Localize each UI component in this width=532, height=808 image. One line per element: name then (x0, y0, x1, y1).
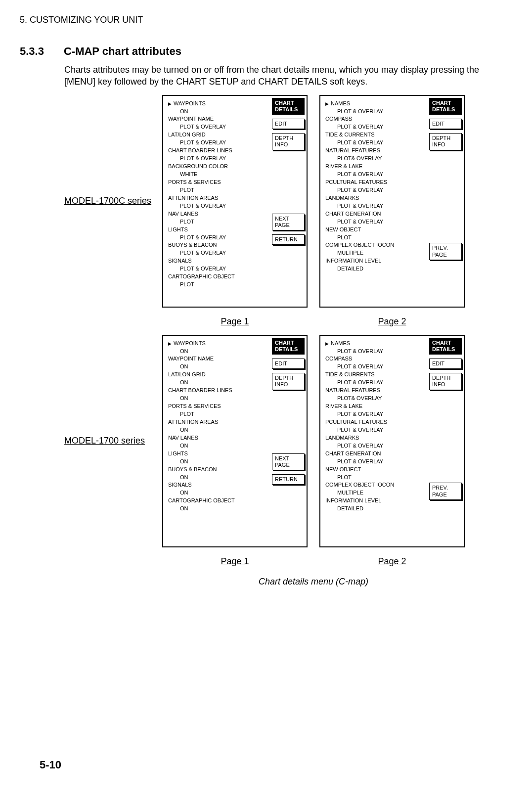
menu-item-value: ON (168, 426, 267, 434)
menu-item-label[interactable]: TIDE & CURRENTS (325, 131, 424, 139)
section-title: C-MAP chart attributes (64, 45, 181, 58)
model-row-1700c: MODEL-1700C series WAYPOINTSONWAYPOINT N… (64, 95, 512, 308)
softkey-depth-info[interactable]: DEPTH INFO (272, 133, 305, 150)
menu-item-label[interactable]: BUOYS & BEACON (168, 241, 267, 249)
menu-item-label[interactable]: NEW OBJECT (325, 466, 424, 474)
menu-item-label[interactable]: WAYPOINTS (168, 100, 267, 108)
menu-pane: WAYPOINTSONWAYPOINT NAMEPLOT & OVERLAYLA… (163, 96, 270, 307)
menu-item-value: PLOT & OVERLAY (168, 139, 267, 147)
menu-item-label[interactable]: INFORMATION LEVEL (325, 497, 424, 505)
menu-item-label[interactable]: COMPASS (325, 355, 424, 363)
menu-item-label[interactable]: LAT/LON GRID (168, 371, 267, 379)
softkey-depth-info[interactable]: DEPTH INFO (429, 373, 462, 390)
softkey-pane: CHART DETAILS EDIT DEPTH INFO NEXT PAGE … (270, 336, 307, 546)
menu-item-label[interactable]: BACKGROUND COLOR (168, 163, 267, 171)
menu-item-value: ON (168, 458, 267, 466)
page-label-1: Page 1 (162, 316, 308, 327)
menu-item-label[interactable]: WAYPOINTS (168, 340, 267, 348)
menu-item-label[interactable]: ATTENTION AREAS (168, 418, 267, 426)
softkey-prev-page[interactable]: PREV. PAGE (429, 483, 462, 499)
model-label-1700: MODEL-1700 series (64, 436, 153, 446)
softkey-header: CHART DETAILS (272, 338, 305, 355)
menu-item-label[interactable]: LIGHTS (168, 450, 267, 458)
menu-item-label[interactable]: CHART GENERATION (325, 450, 424, 458)
softkey-depth-info[interactable]: DEPTH INFO (272, 373, 305, 390)
menu-item-value: PLOT & OVERLAY (325, 108, 424, 116)
menu-item-label[interactable]: PORTS & SERVICES (168, 179, 267, 186)
menu-pane: NAMESPLOT & OVERLAYCOMPASSPLOT & OVERLAY… (320, 96, 427, 307)
softkey-next-page[interactable]: NEXT PAGE (272, 453, 305, 470)
menu-item-label[interactable]: COMPLEX OBJECT IOCON (325, 481, 424, 489)
page-labels-row-2: Page 1 Page 2 (162, 556, 512, 567)
menu-item-value: PLOT & OVERLAY (325, 426, 424, 434)
menu-item-label[interactable]: NAMES (325, 100, 424, 108)
menu-item-value: PLOT & OVERLAY (325, 186, 424, 194)
model-row-1700: MODEL-1700 series WAYPOINTSONWAYPOINT NA… (64, 335, 512, 547)
menu-item-label[interactable]: NEW OBJECT (325, 226, 424, 234)
menu-item-label[interactable]: RIVER & LAKE (325, 163, 424, 171)
menu-item-label[interactable]: NATURAL FEATURES (325, 147, 424, 155)
menu-item-value: DETAILED (325, 265, 424, 273)
softkey-prev-page[interactable]: PREV. PAGE (429, 243, 462, 260)
menu-item-label[interactable]: INFORMATION LEVEL (325, 257, 424, 265)
menu-item-label[interactable]: LIGHTS (168, 226, 267, 234)
menu-item-value: DETAILED (325, 505, 424, 513)
menu-pane: NAMESPLOT & OVERLAYCOMPASSPLOT & OVERLAY… (320, 336, 427, 546)
menu-item-label[interactable]: RIVER & LAKE (325, 403, 424, 410)
softkey-header: CHART DETAILS (272, 98, 305, 115)
menu-item-label[interactable]: COMPASS (325, 115, 424, 123)
figure-caption: Chart details menu (C-map) (162, 577, 465, 587)
menu-item-value: PLOT & OVERLAY (168, 249, 267, 257)
menu-item-value: PLOT & OVERLAY (325, 123, 424, 131)
menu-item-label[interactable]: CHART GENERATION (325, 210, 424, 218)
menu-item-label[interactable]: LAT/LON GRID (168, 131, 267, 139)
menu-item-value: PLOT (325, 234, 424, 242)
menu-item-label[interactable]: TIDE & CURRENTS (325, 371, 424, 379)
menu-item-label[interactable]: LANDMARKS (325, 434, 424, 442)
menu-item-label[interactable]: SIGNALS (168, 481, 267, 489)
screen-1700c-page1: WAYPOINTSONWAYPOINT NAMEPLOT & OVERLAYLA… (162, 95, 308, 308)
softkey-edit[interactable]: EDIT (429, 119, 462, 129)
menu-item-label[interactable]: PCULTURAL FEATURES (325, 418, 424, 426)
menu-item-label[interactable]: PCULTURAL FEATURES (325, 179, 424, 186)
menu-item-value: ON (168, 442, 267, 450)
page-label-2: Page 2 (319, 556, 465, 567)
menu-item-label[interactable]: SIGNALS (168, 257, 267, 265)
softkey-return[interactable]: RETURN (272, 474, 305, 485)
menu-item-label[interactable]: WAYPOINT NAME (168, 355, 267, 363)
menu-item-label[interactable]: CHART BOARDER LINES (168, 387, 267, 395)
menu-item-label[interactable]: WAYPOINT NAME (168, 115, 267, 123)
softkey-header: CHART DETAILS (429, 98, 462, 115)
softkey-return[interactable]: RETURN (272, 234, 305, 245)
menu-item-label[interactable]: NATURAL FEATURES (325, 387, 424, 395)
menu-item-label[interactable]: CARTOGRAPHIC OBJECT (168, 273, 267, 281)
menu-item-label[interactable]: NAV LANES (168, 210, 267, 218)
menu-item-value: PLOT & OVERLAY (325, 139, 424, 147)
menu-item-label[interactable]: CHART BOARDER LINES (168, 147, 267, 155)
menu-item-label[interactable]: ATTENTION AREAS (168, 194, 267, 202)
screen-1700-page1: WAYPOINTSONWAYPOINT NAMEONLAT/LON GRIDON… (162, 335, 308, 547)
softkey-edit[interactable]: EDIT (272, 359, 305, 369)
menu-item-value: PLOT & OVERLAY (325, 410, 424, 418)
softkey-edit[interactable]: EDIT (429, 359, 462, 369)
body-paragraph: Charts attributes may be turned on or of… (64, 64, 512, 88)
menu-item-label[interactable]: CARTOGRAPHIC OBJECT (168, 497, 267, 505)
menu-item-label[interactable]: NAV LANES (168, 434, 267, 442)
menu-item-label[interactable]: BUOYS & BEACON (168, 466, 267, 474)
menu-item-value: PLOT & OVERLAY (325, 442, 424, 450)
menu-item-value: ON (168, 474, 267, 482)
softkey-header: CHART DETAILS (429, 338, 462, 355)
menu-item-value: PLOT & OVERLAY (325, 218, 424, 226)
softkey-edit[interactable]: EDIT (272, 119, 305, 129)
softkey-depth-info[interactable]: DEPTH INFO (429, 133, 462, 150)
menu-item-label[interactable]: NAMES (325, 340, 424, 348)
menu-item-value: ON (168, 348, 267, 356)
menu-item-label[interactable]: PORTS & SERVICES (168, 403, 267, 410)
model-label-1700c: MODEL-1700C series (64, 196, 153, 206)
screen-1700c-page2: NAMESPLOT & OVERLAYCOMPASSPLOT & OVERLAY… (319, 95, 465, 308)
menu-item-label[interactable]: COMPLEX OBJECT IOCON (325, 241, 424, 249)
menu-item-label[interactable]: LANDMARKS (325, 194, 424, 202)
menu-item-value: PLOT& OVERLAY (325, 155, 424, 163)
softkey-next-page[interactable]: NEXT PAGE (272, 214, 305, 230)
page-number: 5-10 (40, 759, 61, 771)
